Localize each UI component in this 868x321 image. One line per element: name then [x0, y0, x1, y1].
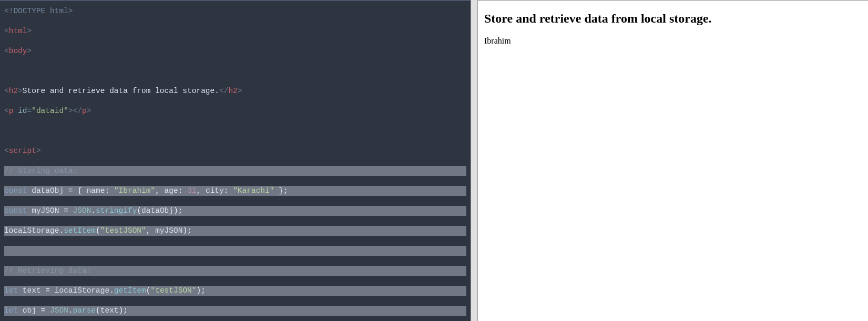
code-token: script — [9, 147, 36, 155]
code-token: const — [4, 187, 27, 195]
code-token: dataObj — [32, 187, 64, 195]
code-token: // Storing data: — [4, 167, 77, 175]
code-editor[interactable]: <!DOCTYPE html> <html> <body> <h2>Store … — [0, 0, 471, 321]
code-token: <!DOCTYPE html> — [4, 7, 73, 15]
code-token: id — [18, 107, 27, 115]
code-token: body — [9, 47, 27, 55]
code-token: html — [9, 27, 27, 35]
code-content[interactable]: <!DOCTYPE html> <html> <body> <h2>Store … — [4, 6, 466, 321]
pane-splitter[interactable] — [471, 0, 478, 321]
preview-output: Ibrahim — [484, 36, 862, 46]
code-token: // Retrieving data: — [4, 266, 91, 275]
code-token: "dataid" — [32, 107, 68, 115]
selection: // Storing data: — [4, 166, 466, 176]
code-token: Store and retrieve data from local stora… — [23, 87, 219, 95]
preview-pane: Store and retrieve data from local stora… — [478, 0, 868, 321]
preview-heading: Store and retrieve data from local stora… — [484, 12, 862, 26]
